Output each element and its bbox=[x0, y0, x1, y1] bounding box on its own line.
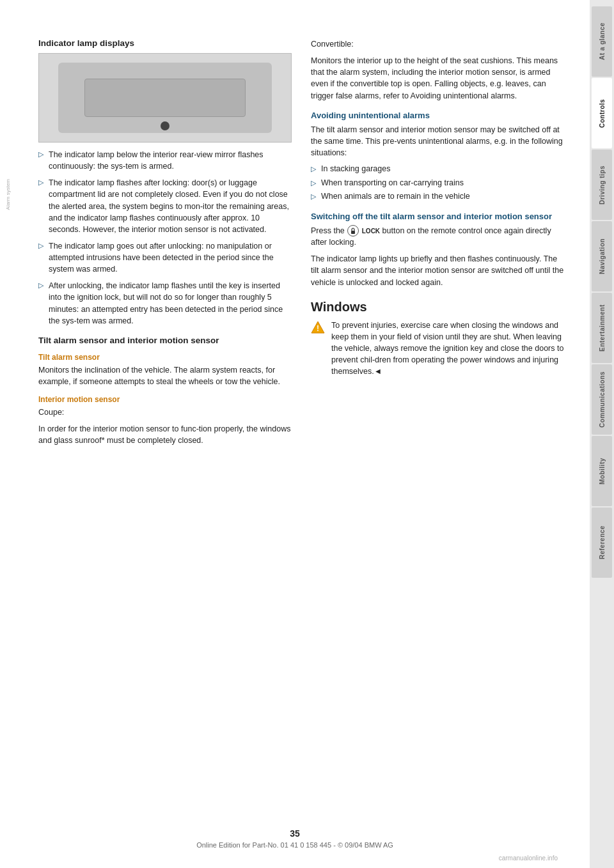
page-container: Alarm system Indicator lamp displays ▷ T… bbox=[0, 0, 614, 868]
avoiding-bullet-2: ▷ When transporting on car-carrying trai… bbox=[311, 178, 564, 189]
watermark: carmanualonline.info bbox=[499, 855, 558, 862]
page-number: 35 bbox=[0, 828, 590, 839]
sidebar: At a glance Controls Driving tips Naviga… bbox=[590, 0, 614, 868]
avoiding-bullet-1: ▷ In stacking garages bbox=[311, 164, 564, 175]
warning-text: To prevent injuries, exercise care when … bbox=[331, 320, 564, 378]
indicator-bullet-4: ▷ After unlocking, the indicator lamp fl… bbox=[38, 280, 292, 327]
switching-title: Switching off the tilt alarm sensor and … bbox=[311, 212, 564, 221]
bullet-arrow-3: ▷ bbox=[38, 241, 43, 275]
indicator-bullet-2: ▷ The indicator lamp flashes after locki… bbox=[38, 177, 292, 235]
indicator-bullet-1: ▷ The indicator lamp below the interior … bbox=[38, 149, 292, 172]
convertible-text: Monitors the interior up to the height o… bbox=[311, 55, 564, 102]
tilt-subtitle: Tilt alarm sensor bbox=[38, 353, 292, 362]
avoiding-arrow-3: ▷ bbox=[311, 192, 316, 203]
avoiding-title: Avoiding unintentional alarms bbox=[311, 111, 564, 120]
avoiding-arrow-1: ▷ bbox=[311, 164, 316, 175]
convertible-label: Convertible: bbox=[311, 38, 564, 50]
lock-icon bbox=[347, 225, 359, 236]
avoiding-bullets: ▷ In stacking garages ▷ When transportin… bbox=[311, 164, 564, 203]
interior-subtitle: Interior motion sensor bbox=[38, 395, 292, 404]
tilt-section-title: Tilt alarm sensor and interior motion se… bbox=[38, 336, 292, 345]
svg-rect-0 bbox=[351, 231, 355, 234]
lock-label: LOCK bbox=[362, 228, 380, 235]
avoiding-intro: The tilt alarm sensor and interior motio… bbox=[311, 124, 564, 159]
footer-text: Online Edition for Part-No. 01 41 0 158 … bbox=[0, 841, 590, 849]
bullet-arrow-2: ▷ bbox=[38, 178, 43, 235]
warning-block: ! To prevent injuries, exercise care whe… bbox=[311, 320, 564, 378]
sidebar-tab-at-a-glance[interactable]: At a glance bbox=[592, 6, 612, 77]
tilt-text: Monitors the inclination of the vehicle.… bbox=[38, 364, 292, 387]
indicator-bullets: ▷ The indicator lamp below the interior … bbox=[38, 149, 292, 327]
interior-coupe-label: Coupe: bbox=[38, 407, 292, 418]
sidebar-tab-navigation[interactable]: Navigation bbox=[592, 221, 612, 291]
switching-instruction: Press the LOCK button on the remote cont… bbox=[311, 225, 564, 249]
sidebar-tab-driving-tips[interactable]: Driving tips bbox=[592, 150, 612, 220]
columns-layout: Indicator lamp displays ▷ The indicator … bbox=[38, 38, 564, 451]
sidebar-tab-mobility[interactable]: Mobility bbox=[592, 436, 612, 506]
sidebar-tab-communications[interactable]: Communications bbox=[592, 364, 612, 435]
lamp-image-rect bbox=[84, 79, 245, 118]
avoiding-arrow-2: ▷ bbox=[311, 178, 316, 189]
avoiding-bullet-3: ▷ When animals are to remain in the vehi… bbox=[311, 191, 564, 203]
main-content: Alarm system Indicator lamp displays ▷ T… bbox=[0, 0, 590, 868]
interior-text: In order for the interior motion sensor … bbox=[38, 423, 292, 446]
sidebar-tab-entertainment[interactable]: Entertainment bbox=[592, 293, 612, 363]
warning-triangle-icon: ! bbox=[311, 320, 325, 334]
switching-result: The indicator lamp lights up briefly and… bbox=[311, 253, 564, 288]
bullet-arrow-4: ▷ bbox=[38, 281, 43, 327]
page-side-label: Alarm system bbox=[5, 179, 11, 210]
bullet-arrow-1: ▷ bbox=[38, 150, 43, 172]
right-column: Convertible: Monitors the interior up to… bbox=[311, 38, 564, 451]
indicator-lamp-image bbox=[38, 53, 292, 143]
sidebar-tab-controls[interactable]: Controls bbox=[592, 78, 612, 148]
sidebar-tab-reference[interactable]: Reference bbox=[592, 508, 612, 578]
lamp-dot bbox=[161, 121, 169, 130]
indicator-bullet-3: ▷ The indicator lamp goes out after unlo… bbox=[38, 240, 292, 275]
page-footer: 35 Online Edition for Part-No. 01 41 0 1… bbox=[0, 828, 590, 849]
svg-text:!: ! bbox=[317, 324, 319, 333]
left-column: Indicator lamp displays ▷ The indicator … bbox=[38, 38, 292, 451]
indicator-section-title: Indicator lamp displays bbox=[38, 38, 292, 48]
windows-title: Windows bbox=[311, 300, 564, 314]
